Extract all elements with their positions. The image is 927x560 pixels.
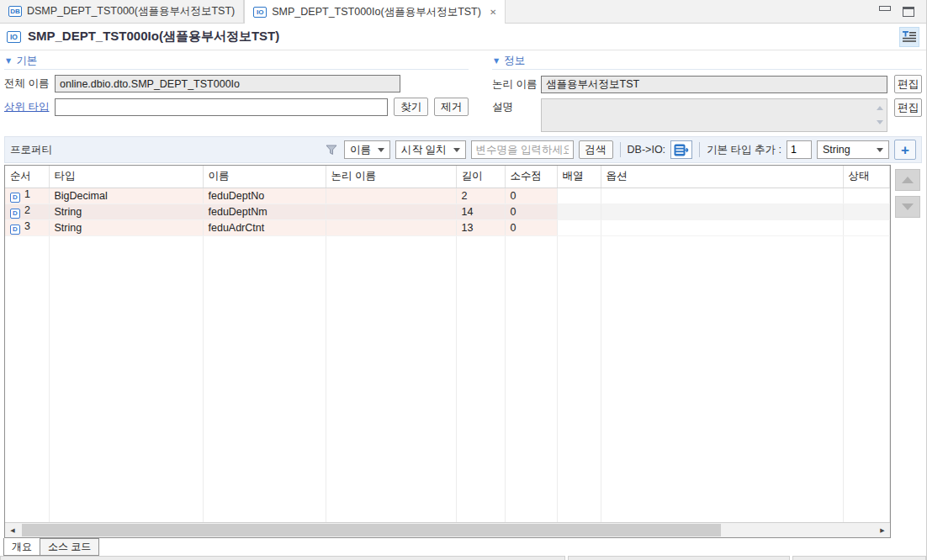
chevron-down-icon bbox=[877, 148, 883, 152]
column-header-logical-name[interactable]: 논리 이름 bbox=[326, 166, 456, 188]
edit-logical-name-button[interactable]: 편집 bbox=[894, 75, 922, 93]
parent-type-link[interactable]: 상위 타입 bbox=[4, 100, 55, 114]
maximize-icon[interactable] bbox=[903, 7, 914, 17]
info-section-header[interactable]: ▼ 정보 bbox=[492, 53, 922, 70]
description-label: 설명 bbox=[492, 100, 541, 114]
io-dto-icon: IO bbox=[7, 31, 21, 43]
form-area: ▼ 기본 전체 이름 상위 타입 찾기 제거 ▼ 정보 논리 이름 bbox=[0, 50, 926, 136]
cell-array bbox=[557, 188, 601, 203]
cell-name: feduDeptNo bbox=[203, 188, 326, 203]
description-row: 설명 편집 bbox=[492, 98, 922, 132]
basic-section-header[interactable]: ▼ 기본 bbox=[4, 53, 469, 70]
editor-title-bar: IO SMP_DEPT_TST000Io(샘플용부서정보TST) bbox=[0, 24, 926, 50]
cell-logical-name bbox=[326, 203, 456, 219]
arrow-up-icon bbox=[902, 177, 914, 183]
cell-name: feduDeptNm bbox=[203, 203, 326, 219]
tab-overview[interactable]: 개요 bbox=[3, 538, 40, 556]
filter-field-select[interactable]: 이름 bbox=[344, 140, 390, 159]
toggle-logical-name-icon[interactable] bbox=[899, 27, 919, 47]
dto-editor: DB DSMP_DEPT_TST000(샘플용부서정보TST) IO SMP_D… bbox=[0, 0, 927, 560]
column-header-order[interactable]: 순서 bbox=[5, 166, 49, 188]
scroll-down-icon[interactable] bbox=[877, 120, 883, 124]
info-section-title: 정보 bbox=[504, 54, 525, 68]
add-type-select[interactable]: String bbox=[817, 140, 889, 159]
find-button[interactable]: 찾기 bbox=[394, 98, 428, 116]
description-field[interactable] bbox=[541, 98, 887, 132]
full-name-field[interactable] bbox=[55, 75, 400, 92]
add-count-field[interactable] bbox=[787, 140, 812, 159]
properties-table-box: 순서 타입 이름 논리 이름 길이 소수점 배열 옵션 상태 bbox=[4, 165, 891, 538]
lower-view-edge bbox=[0, 556, 926, 560]
cell-option bbox=[601, 203, 843, 219]
logical-name-row: 논리 이름 편집 bbox=[492, 75, 922, 93]
cell-order: 3 bbox=[24, 220, 30, 232]
add-basic-type-label: 기본 타입 추가 : bbox=[707, 143, 781, 157]
lower-view-segment bbox=[792, 556, 926, 560]
move-row-up-button[interactable] bbox=[895, 169, 920, 191]
db-to-io-button[interactable] bbox=[670, 140, 692, 159]
scroll-up-icon[interactable] bbox=[877, 106, 883, 110]
cell-name: feduAdrCtnt bbox=[203, 219, 326, 235]
scrollbar-thumb[interactable] bbox=[22, 524, 721, 536]
cell-order: 2 bbox=[24, 204, 30, 216]
cell-logical-name bbox=[326, 219, 456, 235]
collapse-triangle-icon: ▼ bbox=[6, 57, 11, 65]
logical-name-field[interactable] bbox=[541, 76, 887, 93]
chevron-down-icon bbox=[378, 148, 384, 152]
column-header-length[interactable]: 길이 bbox=[456, 166, 505, 188]
cell-length: 13 bbox=[456, 219, 505, 235]
editor-page-tabs: 개요 소스 코드 bbox=[0, 538, 926, 556]
tab-dsmp-dept-tst000[interactable]: DB DSMP_DEPT_TST000(샘플용부서정보TST) bbox=[0, 0, 244, 23]
tab-source-code[interactable]: 소스 코드 bbox=[40, 538, 99, 556]
minimize-icon[interactable] bbox=[879, 6, 891, 11]
arrow-down-icon bbox=[902, 203, 914, 210]
db-to-io-label: DB->IO: bbox=[628, 144, 666, 156]
cell-length: 14 bbox=[456, 203, 505, 219]
cell-decimal: 0 bbox=[505, 203, 557, 219]
column-header-name[interactable]: 이름 bbox=[203, 166, 326, 188]
separator bbox=[620, 142, 621, 157]
cell-logical-name bbox=[326, 188, 456, 203]
column-header-decimal[interactable]: 소수점 bbox=[505, 166, 557, 188]
dto-field-icon: D bbox=[10, 209, 20, 219]
properties-toolbar: 프로퍼티 이름 시작 일치 검색 DB->IO: bbox=[4, 136, 922, 163]
logical-name-label: 논리 이름 bbox=[492, 77, 541, 92]
column-header-type[interactable]: 타입 bbox=[49, 166, 203, 188]
cell-decimal: 0 bbox=[505, 219, 557, 235]
horizontal-scrollbar[interactable]: ◀ ▶ bbox=[5, 522, 890, 537]
basic-section: ▼ 기본 전체 이름 상위 타입 찾기 제거 bbox=[4, 53, 469, 136]
move-row-down-button[interactable] bbox=[895, 196, 920, 218]
search-button[interactable]: 검색 bbox=[579, 140, 613, 159]
column-header-state[interactable]: 상태 bbox=[843, 166, 890, 188]
add-property-button[interactable]: + bbox=[894, 140, 916, 160]
cell-state bbox=[843, 203, 890, 219]
cell-option bbox=[601, 188, 843, 203]
editor-tab-bar: DB DSMP_DEPT_TST000(샘플용부서정보TST) IO SMP_D… bbox=[0, 0, 926, 24]
page-title: SMP_DEPT_TST000Io(샘플용부서정보TST) bbox=[28, 29, 279, 45]
edit-description-button[interactable]: 편집 bbox=[894, 98, 922, 117]
scroll-left-icon[interactable]: ◀ bbox=[5, 523, 20, 537]
remove-button[interactable]: 제거 bbox=[434, 98, 469, 116]
cell-type: BigDecimal bbox=[49, 188, 203, 203]
tab-smp-dept-tst000io[interactable]: IO SMP_DEPT_TST000Io(샘플용부서정보TST) ✕ bbox=[244, 0, 506, 24]
parent-type-field[interactable] bbox=[55, 98, 388, 116]
cell-option bbox=[601, 219, 843, 235]
column-header-option[interactable]: 옵션 bbox=[601, 166, 843, 188]
close-tab-icon[interactable]: ✕ bbox=[490, 8, 496, 17]
table-row[interactable]: D1 BigDecimal feduDeptNo 2 0 bbox=[5, 188, 890, 203]
search-input[interactable] bbox=[471, 140, 574, 159]
dto-field-icon: D bbox=[10, 193, 20, 203]
view-window-buttons bbox=[867, 0, 926, 23]
properties-table: 순서 타입 이름 논리 이름 길이 소수점 배열 옵션 상태 bbox=[5, 166, 890, 522]
cell-state bbox=[843, 219, 890, 235]
cell-array bbox=[557, 219, 601, 235]
table-row[interactable]: D2 String feduDeptNm 14 0 bbox=[5, 203, 890, 219]
properties-table-region: 순서 타입 이름 논리 이름 길이 소수점 배열 옵션 상태 bbox=[0, 163, 926, 538]
match-type-select[interactable]: 시작 일치 bbox=[395, 140, 465, 159]
cell-decimal: 0 bbox=[505, 188, 557, 203]
scroll-right-icon[interactable]: ▶ bbox=[875, 523, 890, 537]
column-header-array[interactable]: 배열 bbox=[557, 166, 601, 188]
cell-length: 2 bbox=[456, 188, 505, 203]
cell-order: 1 bbox=[24, 188, 30, 200]
table-row[interactable]: D3 String feduAdrCtnt 13 0 bbox=[5, 219, 890, 235]
